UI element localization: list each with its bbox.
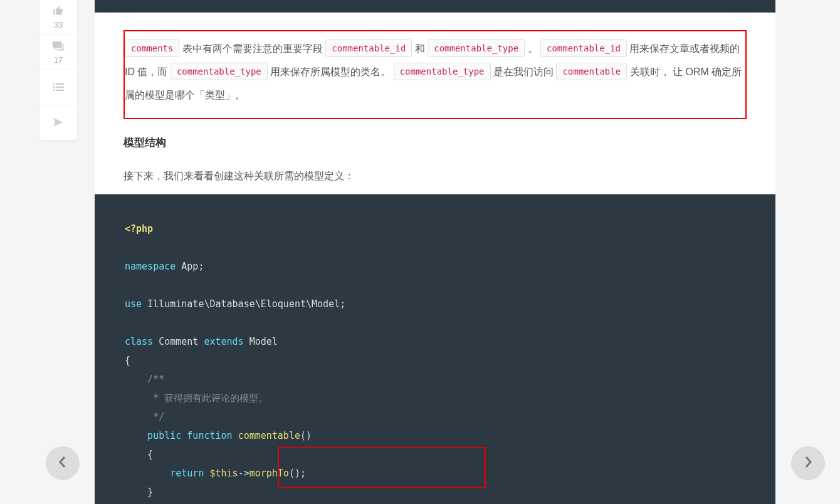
code-block[interactable]: <?php namespace App; use Illuminate\Data… bbox=[95, 194, 775, 504]
comments-icon bbox=[52, 40, 65, 53]
comment-button[interactable]: 17 bbox=[39, 35, 77, 70]
svg-point-4 bbox=[53, 89, 55, 91]
code-token: commentable_type bbox=[428, 39, 525, 57]
code-header-bar bbox=[95, 0, 775, 13]
chevron-right-icon bbox=[804, 454, 812, 472]
code-token: commentable_type bbox=[394, 63, 491, 80]
action-sidebar: 33 17 bbox=[39, 0, 77, 140]
next-page-button[interactable] bbox=[791, 446, 825, 480]
chevron-left-icon bbox=[58, 454, 67, 472]
code-token: comments bbox=[125, 39, 179, 57]
highlight-box bbox=[278, 447, 486, 488]
share-button[interactable] bbox=[39, 105, 77, 140]
code-token: commentable_type bbox=[171, 63, 268, 80]
section-heading: 模型结构 bbox=[123, 130, 747, 155]
like-count: 33 bbox=[54, 20, 63, 29]
svg-rect-3 bbox=[56, 86, 64, 87]
like-button[interactable]: 33 bbox=[39, 0, 77, 35]
svg-rect-5 bbox=[56, 89, 64, 90]
svg-point-2 bbox=[53, 86, 55, 88]
highlighted-paragraph: comments 表中有两个需要注意的重要字段 commentable_id 和… bbox=[123, 30, 747, 119]
comment-count: 17 bbox=[54, 55, 63, 65]
code-token: commentable bbox=[556, 63, 627, 80]
code-token: commentable_id bbox=[325, 39, 412, 57]
main-content: comments 表中有两个需要注意的重要字段 commentable_id 和… bbox=[95, 0, 775, 504]
toc-button[interactable] bbox=[39, 70, 77, 105]
svg-point-0 bbox=[53, 83, 55, 85]
code-token: commentable_id bbox=[540, 39, 627, 57]
paper-plane-icon bbox=[53, 117, 64, 130]
prev-page-button[interactable] bbox=[46, 446, 80, 480]
thumbs-up-icon bbox=[53, 5, 64, 18]
paragraph: 接下来，我们来看看创建这种关联所需的模型定义： bbox=[123, 165, 747, 188]
article-body: comments 表中有两个需要注意的重要字段 commentable_id 和… bbox=[95, 13, 775, 504]
svg-rect-1 bbox=[56, 83, 64, 84]
list-icon bbox=[53, 82, 64, 93]
